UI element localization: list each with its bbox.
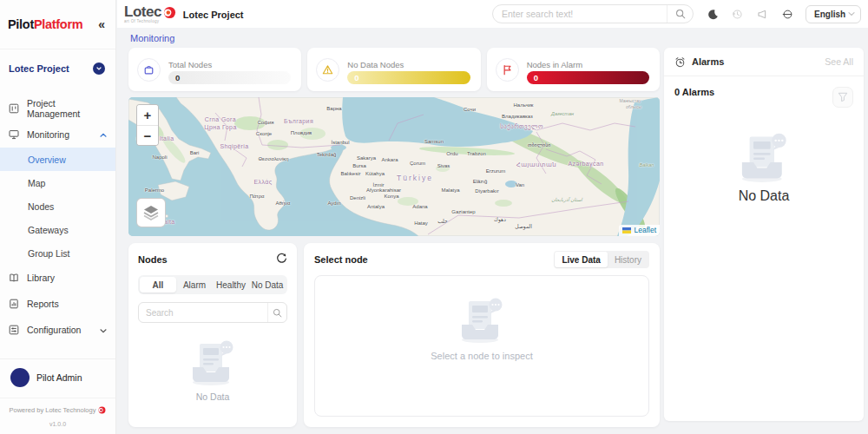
- map-label: Ordu: [446, 151, 457, 156]
- sidebar-item-nodes[interactable]: Nodes: [0, 194, 115, 218]
- sidebar-item-gateways[interactable]: Gateways: [0, 218, 115, 241]
- map-label: Hatay: [414, 220, 428, 226]
- map-label: Adana: [412, 204, 427, 209]
- map-label: Скопје: [256, 131, 272, 136]
- map-label: İzmir: [373, 182, 385, 187]
- breadcrumb: Monitoring: [117, 28, 868, 48]
- reports-icon: [9, 299, 20, 310]
- language-select[interactable]: English: [806, 5, 861, 23]
- map-label: Нальчик: [514, 102, 534, 108]
- zoom-in-button[interactable]: +: [137, 105, 158, 125]
- project-management-icon: [9, 103, 20, 115]
- sidebar-item-configuration[interactable]: Configuration: [0, 317, 115, 343]
- alarms-empty-state: No Data: [674, 132, 853, 204]
- top-header: Lotec art Of Technology Lotec Project En…: [117, 0, 868, 28]
- alarms-panel: Alarms See All 0 Alarms No Data: [664, 48, 864, 421]
- ukraine-flag-icon: [622, 227, 631, 233]
- map-label: Ankara: [381, 157, 398, 162]
- map-label: Манғыстау: [619, 98, 641, 103]
- theme-icon[interactable]: [781, 9, 793, 20]
- stat-card-total-nodes: Total Nodes0: [128, 48, 301, 91]
- map-labels: RomaNapoliBariPalermoItaliaMaltaCrna Gor…: [128, 97, 660, 236]
- sidebar-item-project-management[interactable]: Project Management: [0, 95, 115, 122]
- chevron-down-icon: [93, 62, 105, 75]
- history-icon[interactable]: [732, 9, 743, 20]
- nodes-search: [138, 302, 287, 323]
- filter-icon: [838, 92, 848, 102]
- map-layers-button[interactable]: [136, 198, 166, 227]
- app-version: v1.0.0: [0, 417, 115, 434]
- sidebar-item-monitoring[interactable]: Monitoring: [0, 122, 115, 148]
- select-node-title: Select node: [314, 254, 368, 265]
- stat-cards: Total Nodes0 No Data Nodes0 Nodes in Ala…: [128, 48, 660, 91]
- nodes-filter-tabs: All Alarm Healthy No Data: [138, 275, 287, 294]
- stat-card-no-data-nodes: No Data Nodes0: [307, 48, 480, 91]
- powered-by: Powered by Lotec Technology: [0, 398, 115, 417]
- empty-illustration: [185, 339, 240, 386]
- stat-card-nodes-in-alarm: Nodes in Alarm0: [487, 48, 660, 91]
- map-label: Van: [516, 182, 524, 187]
- project-selector[interactable]: Lotec Project: [0, 49, 115, 87]
- map-label: حلب: [437, 218, 448, 224]
- map-label: საქართველო: [500, 123, 543, 130]
- map-label: Shqipëria: [220, 143, 248, 149]
- sidebar-item-group-list[interactable]: Group List: [0, 241, 115, 265]
- megaphone-icon[interactable]: [756, 9, 768, 20]
- chevron-down-icon: [848, 11, 855, 16]
- map-label: Azərbaycan: [569, 161, 604, 167]
- stat-value-bar: 0: [168, 71, 291, 84]
- stat-value-bar: 0: [347, 71, 470, 84]
- map-label: الموصل: [515, 223, 532, 229]
- empty-illustration: [733, 132, 794, 183]
- see-all-link[interactable]: See All: [825, 56, 853, 67]
- history-tab[interactable]: History: [608, 252, 648, 267]
- avatar: [10, 368, 30, 387]
- map-label: Пловдив: [291, 130, 312, 135]
- breadcrumb-monitoring[interactable]: Monitoring: [130, 33, 174, 43]
- map-label: Πάτρα: [249, 194, 264, 199]
- map-label: Afyonkarahisar: [366, 187, 401, 193]
- map-attribution: Leaflet: [619, 225, 660, 236]
- map-label: Gaziantep: [451, 209, 475, 214]
- leaflet-map[interactable]: RomaNapoliBariPalermoItaliaMaltaCrna Gor…: [128, 97, 660, 236]
- user-profile[interactable]: Pilot Admin: [0, 358, 115, 398]
- sidebar-item-map[interactable]: Map: [0, 171, 115, 194]
- zoom-out-button[interactable]: −: [137, 125, 158, 145]
- global-search: [492, 4, 694, 23]
- nodes-empty-state: No Data: [138, 323, 287, 418]
- nodes-search-input[interactable]: [139, 308, 267, 318]
- sidebar-collapse-icon[interactable]: «: [98, 17, 105, 31]
- lotec-mark-icon: [98, 406, 106, 414]
- refresh-icon[interactable]: [276, 252, 287, 267]
- leaflet-attribution-link[interactable]: Leaflet: [634, 226, 656, 234]
- tab-all[interactable]: All: [140, 277, 176, 293]
- tab-healthy[interactable]: Healthy: [213, 277, 249, 293]
- map-label: Balkan: [640, 162, 654, 168]
- map-label: استان آذربایجان: [551, 197, 582, 202]
- filter-button[interactable]: [832, 87, 853, 108]
- search-icon[interactable]: [667, 5, 693, 23]
- tab-no-data[interactable]: No Data: [249, 277, 286, 293]
- data-mode-toggle: Live Data History: [554, 251, 649, 268]
- sidebar-item-reports[interactable]: Reports: [0, 291, 115, 317]
- global-search-input[interactable]: [493, 9, 667, 19]
- map-label: Konya: [384, 194, 398, 199]
- node-inspect-area: Select a node to inspect: [314, 275, 649, 417]
- map-label: Владикавказ: [502, 114, 533, 119]
- map-label: Kütahya: [365, 171, 385, 176]
- sidebar-item-library[interactable]: Library: [0, 265, 115, 291]
- map-label: Palermo: [145, 187, 164, 193]
- live-data-tab[interactable]: Live Data: [555, 252, 607, 267]
- select-node-panel: Select node Live Data History Select a n…: [304, 243, 660, 427]
- moon-icon[interactable]: [707, 9, 719, 20]
- pilot-platform-logo: PilotPlatform: [8, 17, 82, 31]
- map-label: Çorum: [410, 161, 425, 166]
- sidebar-item-overview[interactable]: Overview: [0, 148, 115, 171]
- library-icon: [9, 273, 20, 284]
- map-label: Antalya: [367, 204, 385, 209]
- map-label: България: [284, 118, 313, 124]
- tab-alarm[interactable]: Alarm: [176, 277, 213, 293]
- map-label: Trabzon: [467, 151, 486, 156]
- search-icon[interactable]: [267, 303, 286, 322]
- map-label: İstanbul: [331, 140, 349, 145]
